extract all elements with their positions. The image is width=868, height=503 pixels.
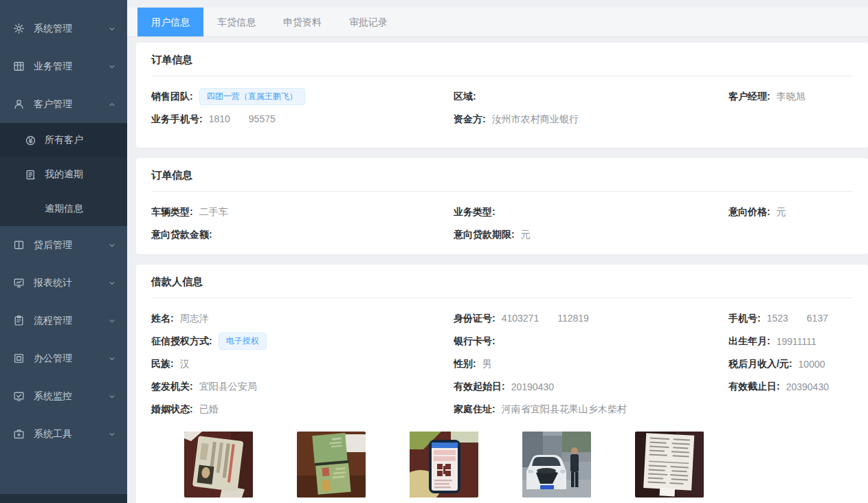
chevron-up-icon [108,100,116,109]
sidebar-collapse-bar[interactable] [0,494,127,503]
sidebar-item-postloan-mgmt[interactable]: 贷后管理 [0,226,127,264]
field-home-address: 家庭住址: 河南省宜阳县花果山乡木柴村 [454,398,728,421]
credit-auth-tag: 电子授权 [219,333,267,350]
sidebar-item-label: 贷后管理 [34,239,72,252]
sidebar-item-label: 系统监控 [34,390,72,403]
card-title: 借款人信息 [151,276,853,298]
order-info-card-1: 订单信息 销售团队: 四团一营（直属王鹏飞） 区域: 客户经理: 李晓旭 业务手… [136,43,868,148]
field-monthly-income: 税后月收入/元: 10000 [728,353,853,375]
sidebar-item-label: 流程管理 [34,315,72,327]
field-mobile: 手机号: 15236137 [728,307,853,330]
sidebar-item-process-mgmt[interactable]: 流程管理 [0,302,127,339]
photo-drivers-license[interactable]: 驾驶证照片 [297,432,366,503]
white-car [526,455,566,489]
field-region: 区域: [454,85,728,108]
order-info-card-2: 订单信息 车辆类型: 二手车 业务类型: 意向价格: 元 意向贷款金额: [136,158,868,254]
person-car-photo-thumbnail [522,432,591,498]
sidebar-item-customer-mgmt[interactable]: 客户管理 [0,85,127,123]
sidebar-item-label: 业务管理 [34,60,72,73]
main-content: 用户信息 车贷信息 申贷资料 审批记录 订单信息 销售团队: 四团一营（直属王鹏… [127,0,868,503]
field-ethnicity: 民族: 汉 [151,353,454,375]
field-account-manager: 客户经理: 李晓旭 [728,85,853,108]
chevron-down-icon [108,355,116,363]
sidebar-item-label: 逾期信息 [45,203,83,215]
borrower-photos: 身份证照片 [151,432,853,503]
chevron-down-icon [108,25,116,33]
field-funder: 资金方: 汝州市农村商业银行 [454,108,728,131]
borrower-info-card: 借款人信息 姓名: 周志洋 身份证号: 4103271112819 手机号: 1… [136,265,868,503]
sidebar-item-report-stats[interactable]: 报表统计 [0,264,127,302]
id-card-photo-thumbnail [184,432,253,498]
sidebar-item-label: 客户管理 [34,98,72,111]
photo-id-card[interactable]: 身份证照片 [184,432,253,503]
field-business-type: 业务类型: [454,201,728,223]
monitor-icon [12,276,25,290]
gear-icon [12,22,25,36]
redaction-mask [230,114,249,125]
field-intent-loan-term: 意向贷款期限: 元 [454,223,728,246]
sidebar-item-label: 所有客户 [45,134,83,146]
field-empty [728,108,853,131]
grid-icon [12,60,25,74]
credit-auth-photo-thumbnail [410,432,478,498]
field-gender: 性别: 男 [454,353,728,375]
sidebar-item-label: 系统工具 [34,428,72,440]
card-title: 订单信息 [151,169,853,192]
field-sales-team: 销售团队: 四团一营（直属王鹏飞） [151,85,454,108]
detail-tabbar: 用户信息 车贷信息 申贷资料 审批记录 [127,8,868,37]
chevron-down-icon [108,430,116,438]
sidebar-item-office-mgmt[interactable]: 办公管理 [0,339,127,377]
tab-loan-application-docs[interactable]: 申贷资料 [269,8,335,36]
sidebar-item-overdue-info[interactable]: 逾期信息 [0,192,127,226]
tab-approval-records[interactable]: 审批记录 [335,8,401,36]
toolbox-icon [12,427,25,441]
chevron-down-icon [108,241,116,249]
field-valid-to: 有效截止日: 20390430 [728,375,853,398]
field-empty [728,398,853,421]
sidebar: 系统管理 业务管理 客户管理 所有客户 [0,0,127,503]
sidebar-item-all-customers[interactable]: 所有客户 [0,123,127,157]
sidebar-item-system-monitor[interactable]: 系统监控 [0,377,127,415]
sidebar-item-label: 办公管理 [34,353,72,365]
field-credit-auth-method: 征信授权方式: 电子授权 [151,330,454,353]
tab-user-info[interactable]: 用户信息 [137,8,203,36]
tab-car-loan-info[interactable]: 车贷信息 [203,8,269,36]
field-bank-card: 银行卡号: [454,330,728,353]
archive-icon [12,352,25,366]
chevron-down-icon [108,392,116,401]
card-title: 订单信息 [151,54,853,76]
sales-team-tag[interactable]: 四团一营（直属王鹏飞） [199,88,305,105]
field-valid-from: 有效起始日: 20190430 [454,375,728,398]
field-vehicle-type: 车辆类型: 二手车 [151,201,454,223]
photo-other-material[interactable]: 其他材料 [635,432,704,503]
book-icon [12,238,25,252]
field-marital-status: 婚姻状态: 已婚 [151,398,454,421]
field-intent-loan-amount: 意向贷款金额: [151,223,454,246]
chevron-down-icon [108,63,116,71]
coin-icon [24,134,36,146]
field-empty [728,223,853,246]
sidebar-item-label: 系统管理 [34,23,72,35]
redaction-mask [539,313,557,324]
tab-panel-user-info: 订单信息 销售团队: 四团一营（直属王鹏飞） 区域: 客户经理: 李晓旭 业务手… [127,37,868,503]
field-birth-date: 出生年月: 19911111 [728,330,853,353]
field-id-number: 身份证号: 4103271112819 [454,307,728,330]
sidebar-item-my-overdue[interactable]: 我的逾期 [0,157,127,192]
chevron-down-icon [108,317,116,325]
redaction-mask [788,313,807,324]
notebook-icon [24,168,36,181]
user-icon [12,98,25,111]
customer-submenu: 所有客户 我的逾期 逾期信息 [0,123,127,226]
photo-person-car[interactable]: 人车合影 [522,432,591,503]
field-business-phone: 业务手机号: 181095575 [151,108,454,131]
sidebar-item-business-mgmt[interactable]: 业务管理 [0,47,127,85]
sidebar-item-label: 我的逾期 [45,168,83,181]
document-photo-thumbnail [635,432,704,498]
drivers-license-photo-thumbnail [297,432,366,498]
sidebar-item-system-tools[interactable]: 系统工具 [0,415,127,453]
field-name: 姓名: 周志洋 [151,307,454,330]
clipboard-icon [12,314,25,328]
field-issuing-authority: 签发机关: 宜阳县公安局 [151,375,454,398]
sidebar-item-system-mgmt[interactable]: 系统管理 [0,10,127,47]
photo-credit-auth[interactable]: 征信授权 [410,432,478,503]
